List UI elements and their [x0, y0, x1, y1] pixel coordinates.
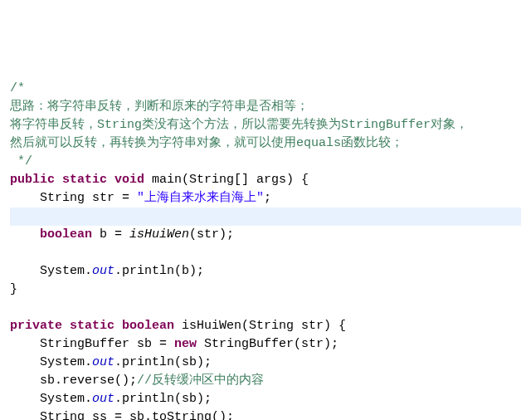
code-line [10, 244, 521, 262]
code-token: System. [10, 264, 92, 278]
code-line: 将字符串反转，String类没有这个方法，所以需要先转换为StringBuffe… [10, 116, 521, 134]
code-line [10, 208, 521, 226]
code-token [62, 319, 70, 333]
code-token: .println(b); [114, 264, 204, 278]
code-token: .println(sb); [114, 392, 212, 406]
code-line: System.out.println(sb); [10, 390, 521, 408]
code-line [10, 299, 521, 317]
code-line: public static void main(String[] args) { [10, 171, 521, 189]
code-token: System. [10, 355, 92, 369]
code-token: String ss = sb.toString(); [10, 410, 234, 420]
code-token: isHuiWen(String str) { [174, 319, 346, 333]
code-token: boolean [40, 227, 92, 242]
code-token [10, 209, 40, 223]
code-token: .println(sb); [114, 355, 212, 369]
code-line: String ss = sb.toString(); [10, 408, 521, 420]
code-token: isHuiWen [129, 227, 189, 242]
code-line: sb.reverse();//反转缓冲区中的内容 [10, 372, 521, 390]
code-line: String str = "上海自来水来自海上"; [10, 189, 521, 208]
code-token [10, 227, 40, 242]
code-token: ; [264, 191, 271, 205]
code-token [107, 173, 114, 187]
code-token: static [62, 173, 107, 187]
code-token: main(String[] args) { [144, 173, 309, 187]
code-line: StringBuffer sb = new StringBuffer(str); [10, 335, 521, 354]
code-token: private [10, 319, 62, 333]
code-token: new [174, 337, 197, 351]
code-token: sb.reverse(); [10, 374, 137, 388]
code-token: out [92, 264, 114, 278]
code-line: } [10, 281, 521, 299]
code-line: 然后就可以反转，再转换为字符串对象，就可以使用equals函数比较； [10, 134, 521, 153]
code-line: boolean b = isHuiWen(str); [10, 226, 521, 244]
code-token: //反转缓冲区中的内容 [137, 374, 264, 388]
code-token: b = [92, 227, 129, 242]
code-token: out [92, 355, 114, 369]
code-line: 思路：将字符串反转，判断和原来的字符串是否相等； [10, 98, 521, 116]
code-line: */ [10, 153, 521, 171]
code-editor-content: /*思路：将字符串反转，判断和原来的字符串是否相等；将字符串反转，String类… [10, 80, 521, 420]
code-token: out [92, 392, 114, 406]
code-token: StringBuffer sb = [10, 337, 174, 351]
code-token: } [10, 282, 17, 296]
code-token: static [70, 319, 114, 333]
code-line: System.out.println(sb); [10, 354, 521, 372]
code-token [55, 173, 62, 187]
code-token: 然后就可以反转，再转换为字符串对象，就可以使用equals函数比较； [10, 136, 403, 150]
code-token: */ [10, 154, 32, 168]
code-line: System.out.println(b); [10, 262, 521, 281]
code-token: String str = [10, 191, 137, 205]
code-token: "上海自来水来自海上" [137, 191, 264, 205]
code-token: 将字符串反转，String类没有这个方法，所以需要先转换为StringBuffe… [10, 118, 468, 132]
code-line: private static boolean isHuiWen(String s… [10, 317, 521, 335]
code-token: 思路：将字符串反转，判断和原来的字符串是否相等； [10, 100, 309, 114]
code-token: StringBuffer(str); [197, 337, 339, 351]
code-token: (str); [189, 227, 234, 242]
code-token: boolean [122, 319, 174, 333]
code-token: System. [10, 392, 92, 406]
code-token: void [114, 173, 144, 187]
code-token: public [10, 173, 55, 187]
code-line: /* [10, 80, 521, 98]
code-token: /* [10, 81, 25, 95]
code-token [114, 319, 122, 333]
